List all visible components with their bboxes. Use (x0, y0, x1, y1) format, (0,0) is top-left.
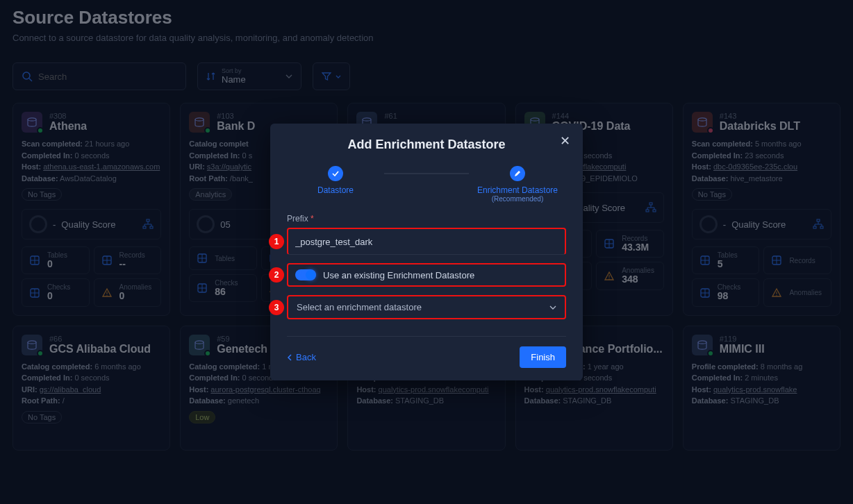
use-existing-toggle[interactable] (295, 269, 316, 280)
enrichment-select-highlight: 3 Select an enrichment datastore (287, 295, 566, 319)
prefix-input-highlight: 1 (287, 228, 566, 255)
step-label: Datastore (317, 185, 354, 195)
modal-title: Add Enrichment Datastore (287, 137, 566, 152)
chevron-left-icon (287, 354, 292, 361)
close-icon[interactable]: ✕ (560, 133, 570, 149)
divider (287, 336, 566, 337)
modal-overlay: ✕ Add Enrichment Datastore Datastore Enr… (0, 0, 853, 504)
pencil-icon (510, 166, 525, 181)
stepper: Datastore Enrichment Datastore (Recommen… (287, 166, 566, 203)
step-enrichment[interactable]: Enrichment Datastore (Recommended) (469, 166, 566, 203)
enrichment-select[interactable]: Select an enrichment datastore (297, 302, 422, 312)
step-label: Enrichment Datastore (477, 185, 558, 195)
prefix-label: Prefix * (287, 214, 566, 224)
add-enrichment-modal: ✕ Add Enrichment Datastore Datastore Enr… (270, 124, 583, 380)
existing-toggle-highlight: 2 Use an existing Enrichment Datastore (287, 263, 566, 287)
step-datastore[interactable]: Datastore (287, 166, 384, 195)
prefix-input[interactable] (288, 229, 565, 254)
use-existing-label: Use an existing Enrichment Datastore (323, 270, 474, 280)
annotation-badge-1: 1 (269, 234, 284, 249)
chevron-down-icon (549, 305, 556, 310)
step-sublabel: (Recommended) (492, 195, 543, 203)
stepper-line (384, 173, 469, 174)
annotation-badge-3: 3 (269, 300, 284, 315)
check-icon (328, 166, 343, 181)
annotation-badge-2: 2 (269, 267, 284, 283)
finish-button[interactable]: Finish (520, 346, 566, 368)
back-button[interactable]: Back (287, 352, 316, 362)
